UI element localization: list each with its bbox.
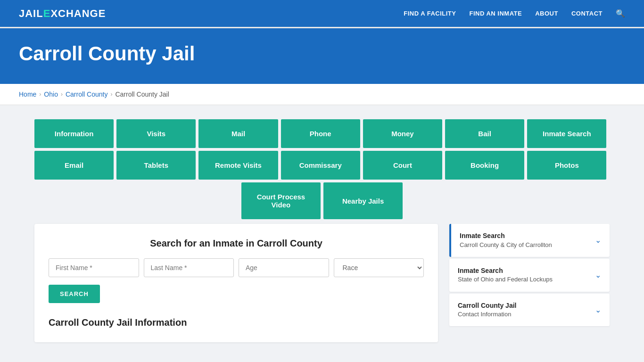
btn-remote-visits[interactable]: Remote Visits xyxy=(198,151,278,180)
breadcrumb-sep-1: › xyxy=(39,91,41,98)
two-col-layout: Search for an Inmate in Carroll County R… xyxy=(34,224,610,342)
navbar: JAILEXCHANGE FIND A FACILITY FIND AN INM… xyxy=(0,0,644,28)
nav-find-inmate[interactable]: FIND AN INMATE xyxy=(469,10,522,17)
breadcrumb-home[interactable]: Home xyxy=(19,90,36,98)
left-column: Search for an Inmate in Carroll County R… xyxy=(34,224,438,342)
nav-find-facility[interactable]: FIND A FACILITY xyxy=(404,10,456,17)
breadcrumb-bar: Home › Ohio › Carroll County › Carroll C… xyxy=(0,84,644,105)
btn-photos[interactable]: Photos xyxy=(527,151,606,180)
accordion-chevron-1: ⌄ xyxy=(595,236,601,245)
accordion-title-3: Carroll County Jail Contact Information xyxy=(458,301,516,319)
breadcrumb-carroll-county[interactable]: Carroll County xyxy=(66,90,107,98)
button-row-3: Court Process Video Nearby Jails xyxy=(34,182,610,219)
age-input[interactable] xyxy=(239,258,329,277)
btn-visits[interactable]: Visits xyxy=(116,119,196,148)
accordion-item-1: Inmate Search Carroll County & City of C… xyxy=(449,224,610,257)
accordion-item-3: Carroll County Jail Contact Information … xyxy=(449,294,610,327)
search-fields: Race White Black Hispanic Asian Other xyxy=(49,258,424,277)
breadcrumb: Home › Ohio › Carroll County › Carroll C… xyxy=(19,90,625,98)
accordion-title-2: Inmate Search State of Ohio and Federal … xyxy=(458,266,553,284)
nav-about[interactable]: ABOUT xyxy=(535,10,558,17)
accordion-item-2: Inmate Search State of Ohio and Federal … xyxy=(449,259,610,292)
btn-information[interactable]: Information xyxy=(34,119,114,148)
search-title: Search for an Inmate in Carroll County xyxy=(49,238,424,249)
accordion-sub-label-2: State of Ohio and Federal Lockups xyxy=(458,275,553,284)
btn-email[interactable]: Email xyxy=(34,151,114,180)
button-row-2: Email Tablets Remote Visits Commissary C… xyxy=(34,151,610,180)
accordion-sub-label-1: Carroll County & City of Carrollton xyxy=(460,241,552,249)
logo-jail: JAIL xyxy=(19,8,43,20)
accordion-sub-label-3: Contact Information xyxy=(458,310,516,319)
last-name-input[interactable] xyxy=(144,258,234,277)
accordion-main-label-2: Inmate Search xyxy=(458,267,503,274)
logo-exchange: XCHANGE xyxy=(50,8,106,20)
right-column: Inmate Search Carroll County & City of C… xyxy=(449,224,610,342)
nav-links: FIND A FACILITY FIND AN INMATE ABOUT CON… xyxy=(404,9,625,18)
btn-commissary[interactable]: Commissary xyxy=(281,151,360,180)
btn-court-process-video[interactable]: Court Process Video xyxy=(241,182,321,219)
btn-booking[interactable]: Booking xyxy=(445,151,524,180)
btn-tablets[interactable]: Tablets xyxy=(116,151,196,180)
accordion-header-1[interactable]: Inmate Search Carroll County & City of C… xyxy=(451,224,610,257)
main-wrapper: Information Visits Mail Phone Money Bail… xyxy=(16,105,628,356)
breadcrumb-sep-2: › xyxy=(61,91,63,98)
btn-bail[interactable]: Bail xyxy=(445,119,524,148)
accordion-main-label-3: Carroll County Jail xyxy=(458,302,516,309)
button-row-1: Information Visits Mail Phone Money Bail… xyxy=(34,119,610,148)
breadcrumb-current: Carroll County Jail xyxy=(115,90,169,98)
accordion-title-1: Inmate Search Carroll County & City of C… xyxy=(460,231,552,249)
btn-money[interactable]: Money xyxy=(363,119,442,148)
hero-section: Carroll County Jail xyxy=(0,28,644,84)
info-section-heading: Carroll County Jail Information xyxy=(49,317,424,328)
breadcrumb-ohio[interactable]: Ohio xyxy=(44,90,58,98)
accordion-header-3[interactable]: Carroll County Jail Contact Information … xyxy=(449,294,610,327)
btn-nearby-jails[interactable]: Nearby Jails xyxy=(323,182,403,219)
race-select[interactable]: Race White Black Hispanic Asian Other xyxy=(334,258,424,277)
search-button[interactable]: SEARCH xyxy=(49,285,100,303)
logo-x: E xyxy=(43,8,51,20)
nav-search-icon[interactable]: 🔍 xyxy=(616,9,625,18)
accordion-header-2[interactable]: Inmate Search State of Ohio and Federal … xyxy=(449,259,610,292)
nav-contact[interactable]: CONTACT xyxy=(571,10,603,17)
page-title: Carroll County Jail xyxy=(19,42,625,65)
btn-inmate-search[interactable]: Inmate Search xyxy=(527,119,606,148)
logo[interactable]: JAILEXCHANGE xyxy=(19,8,106,20)
accordion-main-label-1: Inmate Search xyxy=(460,232,505,239)
btn-mail[interactable]: Mail xyxy=(198,119,278,148)
first-name-input[interactable] xyxy=(49,258,139,277)
btn-phone[interactable]: Phone xyxy=(281,119,360,148)
accordion-chevron-3: ⌄ xyxy=(595,305,601,314)
breadcrumb-sep-3: › xyxy=(110,91,112,98)
accordion-chevron-2: ⌄ xyxy=(595,271,601,280)
btn-court[interactable]: Court xyxy=(363,151,442,180)
